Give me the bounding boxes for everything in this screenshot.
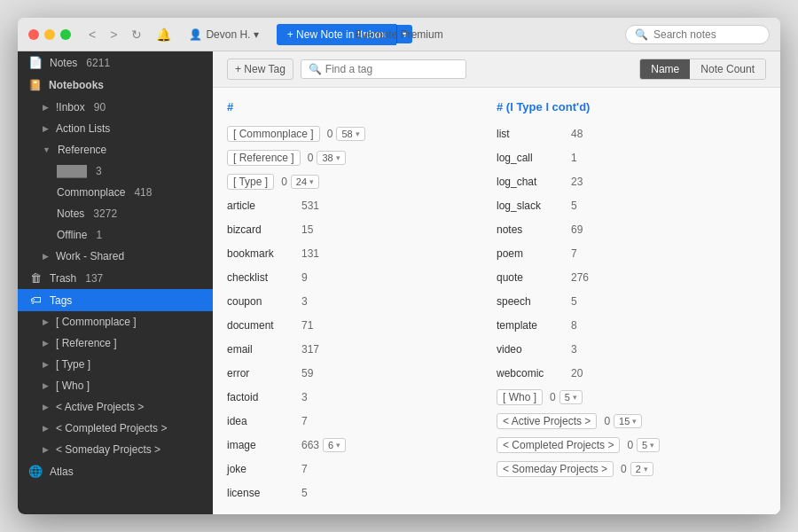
tag-row-checklist: checklist 9 xyxy=(227,268,479,287)
tag-image-badge[interactable]: 6▾ xyxy=(323,438,346,452)
tag-row-video: video 3 xyxy=(497,340,748,359)
action-lists-arrow: ▶ xyxy=(43,124,49,133)
tag-reference-arrow: ▶ xyxy=(43,339,49,348)
tag-active-badge[interactable]: 15▾ xyxy=(614,414,642,428)
tags-toolbar: + New Tag 🔍 Name Note Count xyxy=(213,51,780,88)
notes-icon: 📄 xyxy=(28,56,43,69)
tag-who-group[interactable]: [ Who ] xyxy=(497,389,543,405)
sidebar-item-ref-sub[interactable]: ████ 3 xyxy=(18,160,213,182)
ref-sub-label: ████ xyxy=(57,165,87,177)
find-tag-input[interactable] xyxy=(325,63,458,75)
notebooks-label: Notebooks xyxy=(49,79,104,91)
tag-row-who-group: [ Who ] 0 5▾ xyxy=(497,387,748,407)
ref-sub-count: 3 xyxy=(96,165,102,177)
minimize-button[interactable] xyxy=(44,29,55,40)
tag-row-log-slack: log_slack 5 xyxy=(497,196,748,215)
sidebar-item-reference[interactable]: ▼ Reference xyxy=(18,139,213,160)
tag-reference-group[interactable]: [ Reference ] xyxy=(227,150,301,166)
tags-content: # [ Commonplace ] 0 58▾ [ Reference ] 0 … xyxy=(213,88,780,514)
tags-columns: # [ Commonplace ] 0 58▾ [ Reference ] 0 … xyxy=(227,98,766,507)
content-area: + New Tag 🔍 Name Note Count # xyxy=(213,51,780,514)
tag-completed-badge[interactable]: 5▾ xyxy=(637,438,660,452)
tag-row-commonplace-group: [ Commonplace ] 0 58▾ xyxy=(227,124,479,144)
atlas-icon: 🌐 xyxy=(28,465,43,478)
commonplace-count: 418 xyxy=(134,186,152,199)
col2-header: # (l Type l cont'd) xyxy=(497,98,748,115)
sidebar-item-work-shared[interactable]: ▶ Work - Shared xyxy=(18,246,213,267)
sort-tabs: Name Note Count xyxy=(639,59,766,80)
search-icon: 🔍 xyxy=(635,28,648,41)
sidebar-item-trash[interactable]: 🗑 Trash 137 xyxy=(18,267,213,289)
tag-row-list: list 48 xyxy=(497,124,748,144)
find-tag-icon: 🔍 xyxy=(309,63,322,75)
tag-commonplace-group[interactable]: [ Commonplace ] xyxy=(227,126,320,142)
sidebar-item-tag-who[interactable]: ▶ [ Who ] xyxy=(18,375,213,396)
tag-reference-badge[interactable]: 38▾ xyxy=(317,151,345,165)
tag-search-box[interactable]: 🔍 xyxy=(301,59,466,79)
tag-row-document: document 71 xyxy=(227,316,479,335)
tag-row-email: email 317 xyxy=(227,340,479,359)
user-menu-button[interactable]: 👤 Devon H. ▾ xyxy=(182,27,265,43)
tag-type-group[interactable]: [ Type ] xyxy=(227,174,274,190)
user-name: Devon H. ▾ xyxy=(206,28,258,41)
close-button[interactable] xyxy=(28,29,39,40)
sidebar-item-tag-commonplace[interactable]: ▶ [ Commonplace ] xyxy=(18,311,213,332)
sidebar-item-tag-reference[interactable]: ▶ [ Reference ] xyxy=(18,332,213,354)
tag-row-template: template 8 xyxy=(497,316,748,335)
sidebar-item-tag-completed[interactable]: ▶ < Completed Projects > xyxy=(18,418,213,439)
notifications-button[interactable]: 🔔 xyxy=(153,26,175,43)
tag-type-arrow: ▶ xyxy=(43,360,49,369)
reference-label: Reference xyxy=(58,144,106,156)
sidebar-item-notes-nb[interactable]: Notes 3272 xyxy=(18,203,213,224)
tag-someday-badge[interactable]: 2▾ xyxy=(630,462,653,476)
new-tag-button[interactable]: + New Tag xyxy=(227,59,293,80)
sync-button[interactable]: ↻ xyxy=(128,26,145,43)
tag-someday-projects-group[interactable]: < Someday Projects > xyxy=(497,461,614,477)
tag-type-badge[interactable]: 24▾ xyxy=(291,175,319,189)
sidebar-item-tag-someday[interactable]: ▶ < Someday Projects > xyxy=(18,439,213,460)
tag-someday-arrow: ▶ xyxy=(43,445,49,454)
sidebar-item-offline[interactable]: Offline 1 xyxy=(18,224,213,246)
sort-by-name-tab[interactable]: Name xyxy=(640,59,690,79)
tag-active-projects-group[interactable]: < Active Projects > xyxy=(497,413,597,429)
tag-row-webcomic: webcomic 20 xyxy=(497,364,748,383)
tag-row-type-group: [ Type ] 0 24▾ xyxy=(227,172,479,192)
tag-row-bookmark: bookmark 131 xyxy=(227,244,479,263)
sidebar-item-tag-type[interactable]: ▶ [ Type ] xyxy=(18,354,213,375)
tag-active-label: < Active Projects > xyxy=(56,401,144,413)
search-input[interactable] xyxy=(653,28,760,41)
tag-reference-label: [ Reference ] xyxy=(56,337,117,349)
maximize-button[interactable] xyxy=(60,29,71,40)
sidebar-item-notes[interactable]: 📄 Notes 6211 xyxy=(18,51,213,74)
trash-icon: 🗑 xyxy=(28,271,43,285)
tag-row-idea: idea 7 xyxy=(227,411,479,431)
tag-who-badge[interactable]: 5▾ xyxy=(559,390,583,404)
tag-who-label: [ Who ] xyxy=(56,379,90,392)
tag-commonplace-arrow: ▶ xyxy=(43,317,49,326)
back-button[interactable]: < xyxy=(85,26,99,43)
work-shared-label: Work - Shared xyxy=(56,250,124,262)
inbox-label: !Inbox xyxy=(56,101,85,113)
tag-row-error: error 59 xyxy=(227,364,479,383)
search-box[interactable]: 🔍 xyxy=(625,25,770,44)
window-controls xyxy=(28,29,71,40)
tag-commonplace-badge[interactable]: 58▾ xyxy=(336,127,364,141)
sort-by-count-tab[interactable]: Note Count xyxy=(690,59,765,79)
tag-row-log-call: log_call 1 xyxy=(497,148,748,168)
sidebar-item-tag-active[interactable]: ▶ < Active Projects > xyxy=(18,396,213,418)
tag-completed-projects-group[interactable]: < Completed Projects > xyxy=(497,437,620,453)
forward-button[interactable]: > xyxy=(106,26,121,43)
tag-completed-arrow: ▶ xyxy=(43,424,49,433)
tag-type-label: [ Type ] xyxy=(56,358,90,371)
sidebar-item-inbox[interactable]: ▶ !Inbox 90 xyxy=(18,97,213,118)
sidebar-item-atlas[interactable]: 🌐 Atlas xyxy=(18,460,213,482)
sidebar-item-commonplace[interactable]: Commonplace 418 xyxy=(18,182,213,203)
notes-label: Notes xyxy=(50,57,77,69)
tag-row-joke: joke 7 xyxy=(227,459,479,479)
user-icon: 👤 xyxy=(189,28,202,41)
sidebar-item-tags[interactable]: 🏷 Tags xyxy=(18,289,213,311)
tags-label: Tags xyxy=(50,294,72,307)
sidebar-item-notebooks[interactable]: 📔 Notebooks xyxy=(18,74,213,97)
window-title: Evernote Premium xyxy=(355,28,442,41)
sidebar-item-action-lists[interactable]: ▶ Action Lists xyxy=(18,118,213,139)
